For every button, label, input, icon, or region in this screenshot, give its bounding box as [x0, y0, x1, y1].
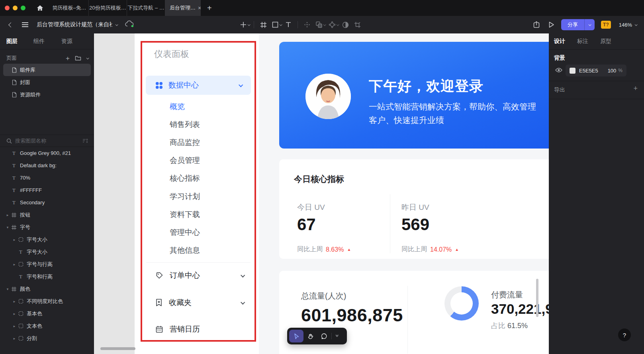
browser-tab-3[interactable]: 下拉式导航 – …: [127, 0, 165, 16]
menu-subitem-overview[interactable]: 概览: [170, 98, 185, 115]
page-item-cover[interactable]: 封面: [3, 76, 91, 88]
layer-sort-icon[interactable]: [82, 138, 88, 143]
menu-subitem-core-metrics[interactable]: 核心指标: [170, 169, 200, 187]
layer-row[interactable]: ▸不同明度对比色: [0, 295, 94, 307]
share-dropdown-button[interactable]: [584, 19, 595, 30]
main-menu-button[interactable]: [21, 22, 29, 27]
layer-row[interactable]: ▸按钮: [0, 209, 94, 221]
tab-resources[interactable]: 资源: [61, 38, 72, 45]
layer-row[interactable]: ▸文本色: [0, 320, 94, 332]
core-metrics-card[interactable]: 今日核心指标 今日 UV 67 同比上周 8.63% 昨日 UV 569 同比上…: [279, 159, 549, 259]
layer-row[interactable]: ▸字号大小: [0, 233, 94, 246]
comment-tool-button[interactable]: [317, 330, 331, 342]
layer-row[interactable]: TGoogle Grey 900, #21: [0, 147, 94, 159]
menu-subitem-admin-center[interactable]: 管理中心: [170, 223, 200, 241]
layer-row[interactable]: TDefault dark bg:: [0, 159, 94, 172]
layer-row[interactable]: ▾字号: [0, 221, 94, 233]
menu-subitem-other-info[interactable]: 其他信息: [170, 241, 200, 259]
expand-arrow-icon[interactable]: ▸: [12, 324, 16, 328]
layer-row[interactable]: T#FFFFFF: [0, 184, 94, 196]
mask-tool-button[interactable]: [339, 19, 351, 31]
export-button[interactable]: [532, 19, 540, 31]
layer-row[interactable]: ▸分割: [0, 332, 94, 344]
menu-subitem-product-monitoring[interactable]: 商品监控: [170, 133, 200, 151]
minimize-window-button[interactable]: [13, 6, 18, 10]
expand-arrow-icon[interactable]: ▸: [12, 262, 16, 266]
design-canvas[interactable]: 仪表面板 数据中心 概览 销售列表 商品监控 会员管理 核心指标 学习计划 资料…: [94, 33, 549, 354]
text-tool-button[interactable]: [282, 19, 294, 31]
menu-item-marketing-calendar[interactable]: 营销日历: [142, 320, 254, 338]
add-page-icon[interactable]: +: [66, 55, 70, 62]
menu-subitem-member-management[interactable]: 会员管理: [170, 151, 200, 169]
layer-row[interactable]: ▸字号与行高: [0, 258, 94, 270]
layer-row[interactable]: T字号和行高: [0, 270, 94, 283]
background-color-input[interactable]: E5E5E5 100 %: [566, 65, 626, 76]
page-item-component-library[interactable]: 组件库: [3, 64, 91, 76]
folder-icon[interactable]: [75, 55, 81, 61]
collapse-toolbar-button[interactable]: [336, 335, 338, 337]
tab-layers[interactable]: 图层: [6, 38, 18, 45]
text-layer-icon: T: [19, 249, 22, 255]
title-dropdown-icon[interactable]: [115, 23, 118, 26]
expand-arrow-icon[interactable]: ▸: [6, 213, 10, 217]
expand-arrow-icon[interactable]: ▸: [12, 336, 16, 340]
user-avatar[interactable]: [305, 74, 351, 119]
layer-row[interactable]: ▸基本色: [0, 307, 94, 320]
browser-tab-1[interactable]: 简历模板–免…: [50, 0, 88, 16]
zoom-control[interactable]: 146%: [619, 22, 637, 28]
layer-row[interactable]: T字号大小: [0, 246, 94, 258]
shape-tool-dropdown-icon[interactable]: [280, 23, 282, 26]
expand-arrow-icon[interactable]: ▸: [12, 238, 16, 242]
welcome-banner[interactable]: 下午好，欢迎登录 一站式智能营销解决方案，帮助你、高效管理 客户、快速提升业绩: [279, 42, 549, 149]
new-tab-button[interactable]: +: [207, 4, 212, 13]
close-window-button[interactable]: [5, 6, 10, 10]
menu-item-data-center[interactable]: 数据中心: [146, 76, 251, 95]
menu-item-order-center[interactable]: 订单中心: [142, 266, 254, 285]
expand-arrow-icon[interactable]: ▸: [12, 312, 16, 316]
visibility-eye-icon[interactable]: [555, 67, 562, 73]
color-hex-value[interactable]: E5E5E5: [579, 68, 598, 74]
menu-subitem-data-download[interactable]: 资料下载: [170, 205, 200, 223]
home-button[interactable]: [34, 2, 45, 14]
search-input[interactable]: [15, 138, 71, 144]
menu-subitem-sales-list[interactable]: 销售列表: [170, 115, 200, 133]
page-item-resource-components[interactable]: 资源组件: [3, 88, 91, 101]
frame-tool-button[interactable]: [257, 19, 269, 31]
fullscreen-window-button[interactable]: [21, 6, 25, 10]
vector-tool-dropdown-icon[interactable]: [337, 23, 339, 26]
design-vertical-scrollbar[interactable]: [536, 279, 538, 317]
dashboard-menu-panel-annotated[interactable]: 仪表面板 数据中心 概览 销售列表 商品监控 会员管理 核心指标 学习计划 资料…: [141, 41, 256, 342]
color-swatch[interactable]: [570, 68, 575, 74]
help-button[interactable]: ?: [618, 329, 631, 341]
tab-design[interactable]: 设计: [554, 38, 565, 45]
collapse-arrow-icon[interactable]: ▾: [6, 287, 10, 291]
canvas-horizontal-scrollbar[interactable]: [100, 347, 135, 350]
menu-item-favorites[interactable]: 收藏夹: [142, 293, 254, 312]
tab-components[interactable]: 组件: [33, 38, 45, 45]
browser-tab-2[interactable]: 20份简历模板…: [88, 0, 127, 16]
collapse-arrow-icon[interactable]: ▾: [6, 225, 10, 229]
present-button[interactable]: [548, 19, 555, 31]
tab-prototype[interactable]: 原型: [600, 38, 611, 45]
menu-subitem-study-plan[interactable]: 学习计划: [170, 188, 200, 205]
layer-row[interactable]: ▾颜色: [0, 283, 94, 295]
background-section-label: 背景: [554, 55, 565, 62]
expand-arrow-icon[interactable]: ▸: [12, 299, 16, 303]
boolean-tool-dropdown-icon[interactable]: [323, 23, 326, 26]
collapse-pages-icon[interactable]: [86, 57, 89, 59]
layer-row[interactable]: TSecondary: [0, 196, 94, 209]
tab-annotate[interactable]: 标注: [577, 38, 588, 45]
back-button[interactable]: [6, 19, 15, 31]
select-tool-button[interactable]: [289, 330, 303, 342]
plugin-badge[interactable]: T?: [601, 21, 611, 29]
opacity-value[interactable]: 100: [608, 68, 617, 74]
add-export-button[interactable]: +: [633, 84, 638, 93]
crop-tool-button[interactable]: [351, 19, 363, 31]
hand-tool-button[interactable]: [303, 330, 317, 342]
move-tool-button[interactable]: [301, 19, 313, 31]
close-tab-icon[interactable]: ×: [198, 5, 201, 11]
browser-tab-4-active[interactable]: 后台管理… ×: [165, 0, 201, 16]
share-button[interactable]: 分享: [561, 19, 584, 30]
insert-tool-dropdown-icon[interactable]: [248, 23, 251, 26]
layer-row[interactable]: T70%: [0, 172, 94, 184]
